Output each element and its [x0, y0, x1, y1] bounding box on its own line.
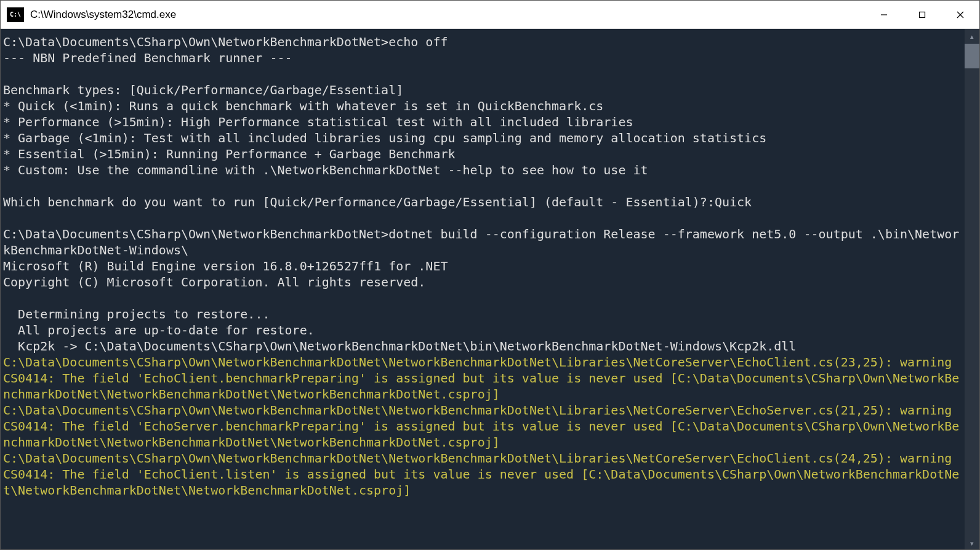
window-titlebar[interactable]: C:\Windows\system32\cmd.exe [1, 1, 979, 29]
terminal-line: * Performance (>15min): High Performance… [3, 114, 962, 130]
maximize-icon [918, 10, 926, 19]
svg-rect-1 [920, 12, 925, 17]
terminal-line: --- NBN Predefined Benchmark runner --- [3, 50, 962, 66]
terminal-line: C:\Data\Documents\CSharp\Own\NetworkBenc… [3, 34, 962, 50]
cmd-icon [7, 7, 24, 22]
terminal-line [3, 210, 962, 226]
minimize-button[interactable] [865, 1, 903, 29]
terminal-line [3, 66, 962, 82]
window-title: C:\Windows\system32\cmd.exe [30, 9, 865, 21]
terminal-line: * Custom: Use the commandline with .\Net… [3, 162, 962, 178]
terminal-output[interactable]: C:\Data\Documents\CSharp\Own\NetworkBenc… [1, 29, 965, 550]
scroll-up-icon[interactable]: ▴ [965, 29, 979, 44]
terminal-line: All projects are up-to-date for restore. [3, 322, 962, 338]
terminal-line: Microsoft (R) Build Engine version 16.8.… [3, 258, 962, 274]
terminal-line: Copyright (C) Microsoft Corporation. All… [3, 274, 962, 290]
terminal-line: * Essential (>15min): Running Performanc… [3, 146, 962, 162]
terminal-line: * Garbage (<1min): Test with all include… [3, 130, 962, 146]
terminal-line: C:\Data\Documents\CSharp\Own\NetworkBenc… [3, 354, 962, 402]
window-controls [865, 1, 979, 29]
minimize-icon [880, 10, 888, 19]
terminal-line: C:\Data\Documents\CSharp\Own\NetworkBenc… [3, 450, 962, 498]
terminal-line: Benchmark types: [Quick/Performance/Garb… [3, 82, 962, 98]
terminal-line [3, 178, 962, 194]
terminal-window[interactable]: C:\Data\Documents\CSharp\Own\NetworkBenc… [1, 29, 979, 550]
terminal-line: C:\Data\Documents\CSharp\Own\NetworkBenc… [3, 226, 962, 258]
scrollbar-thumb[interactable] [965, 44, 979, 68]
close-button[interactable] [941, 1, 979, 29]
maximize-button[interactable] [903, 1, 941, 29]
close-icon [956, 10, 965, 19]
scrollbar[interactable]: ▴ ▾ [965, 29, 979, 550]
scroll-down-icon[interactable]: ▾ [965, 536, 979, 550]
terminal-line: Kcp2k -> C:\Data\Documents\CSharp\Own\Ne… [3, 338, 962, 354]
terminal-line: * Quick (<1min): Runs a quick benchmark … [3, 98, 962, 114]
terminal-line: Determining projects to restore... [3, 306, 962, 322]
terminal-line: C:\Data\Documents\CSharp\Own\NetworkBenc… [3, 402, 962, 450]
terminal-line: Which benchmark do you want to run [Quic… [3, 194, 962, 210]
terminal-line [3, 290, 962, 306]
